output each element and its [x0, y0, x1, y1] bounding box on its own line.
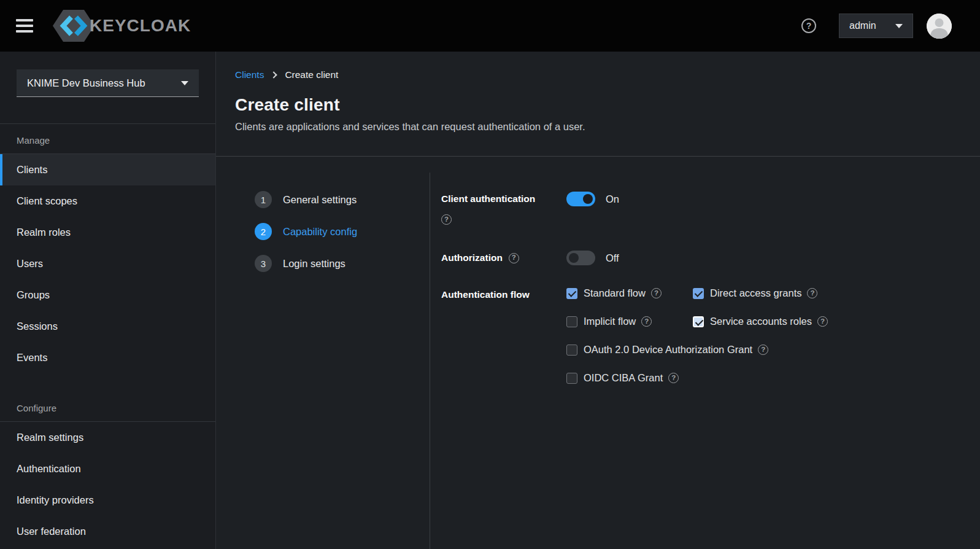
sidebar-item-realm-settings[interactable]: Realm settings	[0, 422, 215, 453]
checkbox-standard-flow: Standard flow ?	[566, 287, 693, 299]
oidc-ciba-grant-checkbox[interactable]	[566, 373, 577, 384]
toggle-knob	[583, 194, 593, 204]
step-number-badge: 2	[255, 223, 272, 240]
wizard-step-login-settings[interactable]: 3 Login settings	[255, 255, 430, 272]
chevron-down-icon	[895, 24, 903, 28]
global-help-icon[interactable]: ?	[801, 18, 816, 33]
checkbox-oauth-device-grant: OAuth 2.0 Device Authorization Grant ?	[566, 344, 828, 356]
implicit-flow-help-icon[interactable]: ?	[641, 316, 652, 327]
authorization-toggle[interactable]	[566, 251, 595, 265]
breadcrumb-current: Create client	[285, 69, 338, 80]
authorization-help-icon[interactable]: ?	[509, 253, 519, 263]
chevron-down-icon	[181, 81, 188, 85]
sidebar-item-sessions[interactable]: Sessions	[0, 311, 215, 342]
service-accounts-roles-help-icon[interactable]: ?	[817, 316, 828, 327]
sidebar-item-realm-roles[interactable]: Realm roles	[0, 217, 215, 248]
standard-flow-checkbox[interactable]	[566, 288, 577, 299]
client-authentication-toggle[interactable]	[566, 192, 595, 206]
implicit-flow-checkbox[interactable]	[566, 316, 577, 327]
authentication-flow-label: Authentication flow	[441, 287, 566, 302]
oauth-device-grant-checkbox[interactable]	[566, 345, 577, 356]
client-authentication-row: Client authentication ? On	[441, 192, 980, 225]
chevron-right-icon	[271, 71, 277, 78]
authorization-row: Authorization ? Off	[441, 251, 980, 265]
step-number-badge: 1	[255, 191, 272, 208]
page-header: Clients Create client Create client Clie…	[216, 52, 980, 157]
authentication-flow-options: Standard flow ? Direct access grants ? I…	[566, 287, 828, 384]
sidebar: KNIME Dev Business Hub Manage Clients Cl…	[0, 52, 216, 549]
wizard-steps-nav: 1 General settings 2 Capability config 3…	[216, 157, 430, 549]
wizard: 1 General settings 2 Capability config 3…	[216, 157, 980, 549]
page-description: Clients are applications and services th…	[235, 121, 960, 133]
checkbox-implicit-flow: Implicit flow ?	[566, 316, 693, 327]
sidebar-item-clients[interactable]: Clients	[0, 154, 215, 185]
user-menu-label: admin	[849, 20, 876, 31]
oauth-device-grant-help-icon[interactable]: ?	[758, 345, 768, 355]
sidebar-item-users[interactable]: Users	[0, 248, 215, 279]
sidebar-item-client-scopes[interactable]: Client scopes	[0, 185, 215, 217]
service-accounts-roles-checkbox[interactable]	[693, 316, 704, 327]
nav-group-title-manage: Manage	[0, 124, 215, 154]
client-authentication-state: On	[606, 192, 619, 206]
standard-flow-help-icon[interactable]: ?	[651, 288, 662, 298]
sidebar-nav: Manage Clients Client scopes Realm roles…	[0, 123, 215, 547]
keycloak-logo[interactable]: KEYCLOAK	[52, 8, 191, 44]
realm-selector-dropdown[interactable]: KNIME Dev Business Hub	[17, 69, 199, 97]
step-number-badge: 3	[255, 255, 272, 272]
direct-access-grants-help-icon[interactable]: ?	[807, 288, 817, 298]
client-authentication-help-icon[interactable]: ?	[441, 214, 452, 225]
toggle-knob	[569, 253, 579, 263]
main-content: Clients Create client Create client Clie…	[216, 52, 980, 549]
sidebar-item-user-federation[interactable]: User federation	[0, 516, 215, 547]
checkbox-oidc-ciba-grant: OIDC CIBA Grant ?	[566, 372, 828, 384]
brand-text: KEYCLOAK	[90, 16, 191, 36]
nav-group-title-configure: Configure	[0, 392, 215, 421]
authentication-flow-row: Authentication flow Standard flow ? Dire…	[441, 287, 980, 384]
checkbox-service-accounts-roles: Service accounts roles ?	[693, 316, 828, 327]
avatar[interactable]	[927, 14, 952, 39]
wizard-step-capability-config[interactable]: 2 Capability config	[255, 223, 430, 240]
wizard-step-general-settings[interactable]: 1 General settings	[255, 191, 430, 208]
user-menu-dropdown[interactable]: admin	[839, 14, 913, 38]
masthead: KEYCLOAK ? admin	[0, 0, 980, 52]
sidebar-item-groups[interactable]: Groups	[0, 279, 215, 311]
realm-selector-value: KNIME Dev Business Hub	[27, 77, 145, 89]
sidebar-item-identity-providers[interactable]: Identity providers	[0, 485, 215, 516]
hamburger-menu-icon[interactable]	[16, 17, 33, 35]
breadcrumb-link-clients[interactable]: Clients	[235, 69, 264, 80]
direct-access-grants-checkbox[interactable]	[693, 288, 704, 299]
oidc-ciba-grant-help-icon[interactable]: ?	[668, 373, 679, 383]
client-authentication-label: Client authentication	[441, 192, 566, 206]
authorization-state: Off	[606, 251, 619, 265]
capability-config-form: Client authentication ? On Authoriza	[430, 157, 980, 549]
authorization-label: Authorization	[441, 251, 503, 265]
sidebar-item-authentication[interactable]: Authentication	[0, 453, 215, 485]
sidebar-item-events[interactable]: Events	[0, 342, 215, 373]
breadcrumb: Clients Create client	[235, 69, 960, 80]
person-icon	[927, 14, 952, 39]
page-title: Create client	[235, 95, 960, 115]
checkbox-direct-access-grants: Direct access grants ?	[693, 287, 828, 299]
